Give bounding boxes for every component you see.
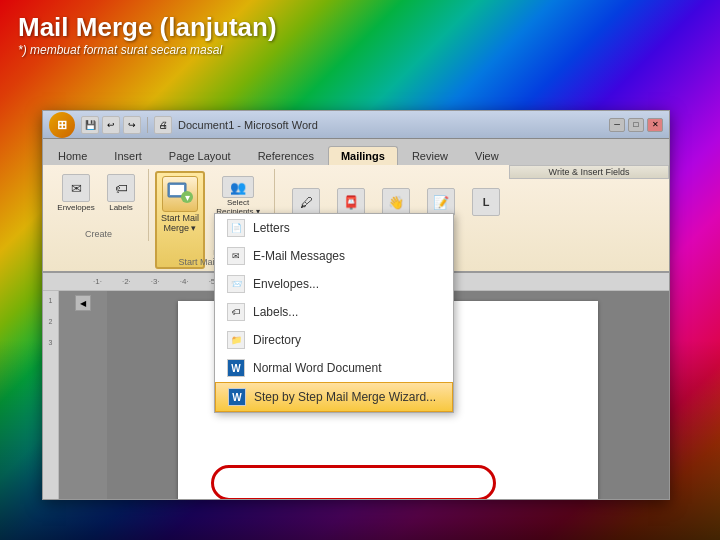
tab-review[interactable]: Review: [399, 146, 461, 165]
tab-mailings[interactable]: Mailings: [328, 146, 398, 165]
extra-button[interactable]: L: [465, 185, 507, 243]
directory-label: Directory: [253, 333, 301, 347]
insert-merge-icon: 📝: [427, 188, 455, 216]
wizard-label: Step by Step Mail Merge Wizard...: [254, 390, 436, 404]
labels-button[interactable]: 🏷 Labels: [100, 171, 142, 215]
start-mail-merge-label: Start MailMerge ▾: [161, 214, 199, 234]
normal-word-icon: W: [227, 359, 245, 377]
envelopes-button[interactable]: ✉ Envelopes: [55, 171, 97, 215]
toolbar-icons: 💾 ↩ ↪ 🖨: [81, 116, 172, 134]
main-title: Mail Merge (lanjutan): [18, 12, 277, 43]
menu-item-envelopes[interactable]: 📨 Envelopes...: [215, 270, 453, 298]
highlight-merge-icon: 🖊: [292, 188, 320, 216]
dropdown-menu: 📄 Letters ✉ E-Mail Messages 📨 Envelopes.…: [214, 213, 454, 413]
tab-home[interactable]: Home: [45, 146, 100, 165]
envelopes-label: Envelopes: [57, 203, 94, 212]
tab-page-layout[interactable]: Page Layout: [156, 146, 244, 165]
undo-icon[interactable]: ↩: [102, 116, 120, 134]
directory-menu-icon: 📁: [227, 331, 245, 349]
group-create: ✉ Envelopes 🏷 Labels Create: [49, 169, 149, 241]
email-label: E-Mail Messages: [253, 249, 345, 263]
maximize-button[interactable]: □: [628, 118, 644, 132]
menu-item-email[interactable]: ✉ E-Mail Messages: [215, 242, 453, 270]
normal-word-label: Normal Word Document: [253, 361, 381, 375]
minimize-button[interactable]: ─: [609, 118, 625, 132]
write-insert-label: Write & Insert Fields: [509, 165, 669, 179]
menu-item-normal-word[interactable]: W Normal Word Document: [215, 354, 453, 382]
start-mail-merge-icon: ▾: [162, 176, 198, 212]
envelopes-menu-label: Envelopes...: [253, 277, 319, 291]
menu-item-letters[interactable]: 📄 Letters: [215, 214, 453, 242]
word-window: ⊞ 💾 ↩ ↪ 🖨 Document1 - Microsoft Word ─ □…: [42, 110, 670, 500]
address-block-icon: 📮: [337, 188, 365, 216]
title-bar: ⊞ 💾 ↩ ↪ 🖨 Document1 - Microsoft Word ─ □…: [43, 111, 669, 139]
redo-icon[interactable]: ↪: [123, 116, 141, 134]
subtitle: *) membuat format surat secara masal: [18, 43, 277, 57]
envelopes-menu-icon: 📨: [227, 275, 245, 293]
svg-rect-1: [170, 185, 184, 195]
labels-label: Labels: [109, 203, 133, 212]
window-controls: ─ □ ✕: [609, 118, 663, 132]
envelopes-icon: ✉: [62, 174, 90, 202]
vertical-ruler: 1 2 3: [43, 291, 59, 500]
greeting-line-icon: 👋: [382, 188, 410, 216]
close-button[interactable]: ✕: [647, 118, 663, 132]
tabs-row: Home Insert Page Layout References Maili…: [43, 139, 669, 165]
office-button[interactable]: ⊞: [49, 112, 75, 138]
menu-item-labels[interactable]: 🏷 Labels...: [215, 298, 453, 326]
start-mail-merge-button[interactable]: ▾ Start MailMerge ▾: [155, 171, 205, 269]
office-logo: ⊞: [57, 118, 67, 132]
separator: [147, 117, 148, 133]
labels-icon: 🏷: [107, 174, 135, 202]
menu-item-wizard[interactable]: W Step by Step Mail Merge Wizard...: [215, 382, 453, 412]
letters-label: Letters: [253, 221, 290, 235]
labels-menu-label: Labels...: [253, 305, 298, 319]
wizard-icon: W: [228, 388, 246, 406]
window-title-text: Document1 - Microsoft Word: [178, 119, 318, 131]
menu-item-directory[interactable]: 📁 Directory: [215, 326, 453, 354]
save-icon[interactable]: 💾: [81, 116, 99, 134]
print-icon[interactable]: 🖨: [154, 116, 172, 134]
doc-sidebar: ◀: [59, 291, 107, 500]
title-area: Mail Merge (lanjutan) *) membuat format …: [18, 12, 277, 57]
tab-insert[interactable]: Insert: [101, 146, 155, 165]
letters-menu-icon: 📄: [227, 219, 245, 237]
tab-references[interactable]: References: [245, 146, 327, 165]
email-menu-icon: ✉: [227, 247, 245, 265]
svg-text:▾: ▾: [185, 192, 190, 203]
select-recipients-icon: 👥: [222, 176, 254, 198]
sidebar-nav-btn[interactable]: ◀: [75, 295, 91, 311]
create-buttons: ✉ Envelopes 🏷 Labels: [55, 171, 142, 215]
extra-icon: L: [472, 188, 500, 216]
create-group-label: Create: [49, 229, 148, 239]
tab-view[interactable]: View: [462, 146, 512, 165]
labels-menu-icon: 🏷: [227, 303, 245, 321]
